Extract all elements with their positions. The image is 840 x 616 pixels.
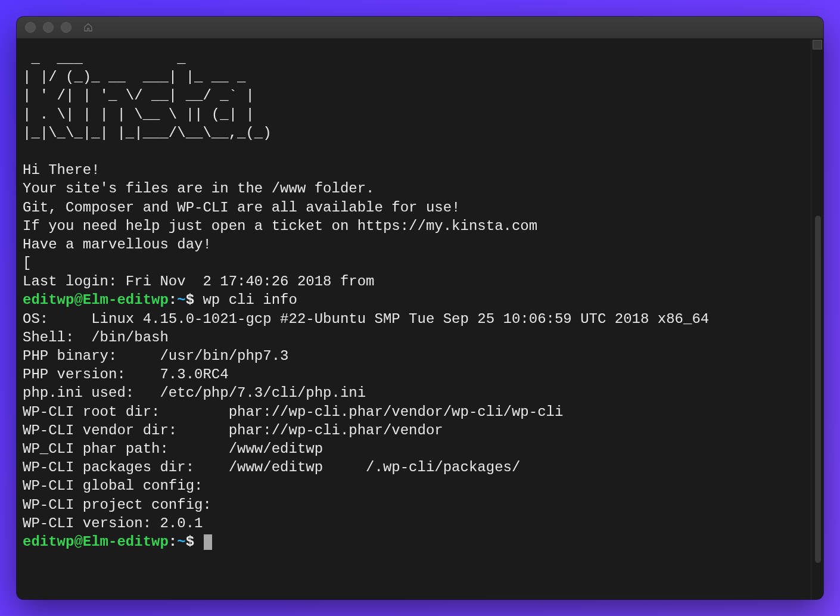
last-login-line: Last login: Fri Nov 2 17:40:26 2018 from	[23, 273, 375, 290]
prompt-userhost: editwp@Elm-editwp	[23, 534, 169, 550]
output-line: WP-CLI version: 2.0.1	[23, 515, 203, 531]
output-line: WP-CLI project config:	[23, 497, 211, 513]
prompt-sep: :	[169, 292, 177, 308]
traffic-lights	[25, 22, 71, 33]
output-line: WP-CLI vendor dir: phar://wp-cli.phar/ve…	[23, 422, 443, 438]
output-line: WP-CLI root dir: phar://wp-cli.phar/vend…	[23, 404, 563, 420]
terminal-window: _ ___ _ | |/ (_)_ __ ___| |_ __ _ | ' /|…	[17, 17, 823, 599]
output-line: PHP binary: /usr/bin/php7.3	[23, 348, 288, 364]
zoom-button[interactable]	[61, 22, 71, 33]
greeting-line: Your site's files are in the /www folder…	[23, 181, 375, 197]
entered-command: wp cli info	[203, 292, 297, 308]
terminal-output[interactable]: _ ___ _ | |/ (_)_ __ ___| |_ __ _ | ' /|…	[17, 39, 811, 599]
output-line: Shell: /bin/bash	[23, 329, 169, 346]
minimize-button[interactable]	[43, 22, 54, 33]
output-line: WP-CLI global config:	[23, 478, 203, 494]
greeting-line: Have a marvellous day!	[23, 237, 211, 253]
scrollbar-thumb[interactable]	[815, 216, 821, 563]
prompt-dollar: $	[186, 534, 194, 550]
right-gutter	[811, 39, 823, 599]
output-line: OS: Linux 4.15.0-1021-gcp #22-Ubuntu SMP…	[23, 311, 709, 327]
output-line: WP_CLI phar path: /www/editwp	[23, 441, 323, 457]
cursor-block	[204, 534, 212, 550]
drawer-toggle-icon[interactable]	[813, 40, 822, 49]
home-icon	[83, 23, 93, 32]
output-line: PHP version: 7.3.0RC4	[23, 366, 229, 382]
ascii-art-logo: _ ___ _ | |/ (_)_ __ ___| |_ __ _ | ' /|…	[23, 51, 272, 141]
terminal-body: _ ___ _ | |/ (_)_ __ ___| |_ __ _ | ' /|…	[17, 39, 823, 599]
prompt-userhost: editwp@Elm-editwp	[23, 292, 169, 308]
prompt-sep: :	[169, 534, 177, 550]
prompt-path: ~	[177, 534, 185, 550]
output-line: php.ini used: /etc/php/7.3/cli/php.ini	[23, 385, 366, 401]
greeting-line: If you need help just open a ticket on h…	[23, 218, 537, 234]
titlebar	[17, 17, 823, 39]
output-line: WP-CLI packages dir: /www/editwp /.wp-cl…	[23, 459, 520, 475]
close-button[interactable]	[25, 22, 36, 33]
prompt-dollar: $	[186, 292, 194, 308]
prompt-path: ~	[177, 292, 185, 308]
greeting-line: Git, Composer and WP-CLI are all availab…	[23, 200, 461, 216]
bracket-open: [	[23, 255, 31, 271]
scrollbar-track[interactable]	[815, 53, 821, 596]
greeting-line: Hi There!	[23, 162, 100, 178]
